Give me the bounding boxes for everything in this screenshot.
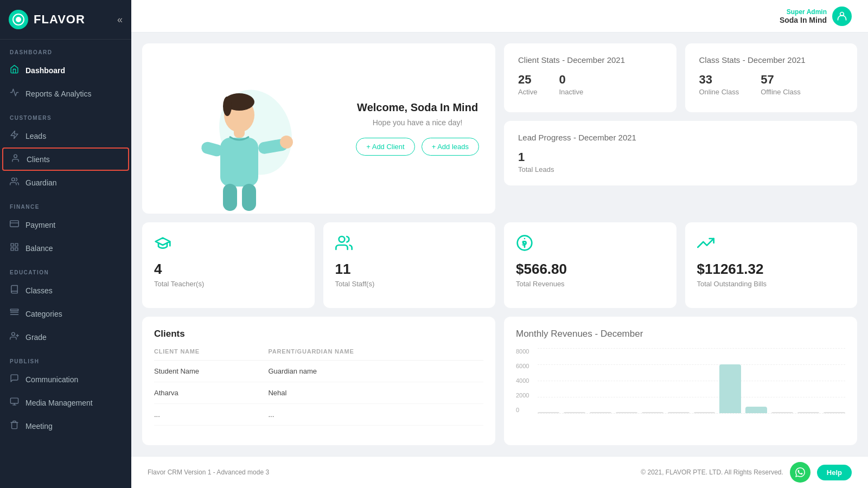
client-stats-card: Client Stats - December 2021 25 Active 0… <box>504 43 676 112</box>
sidebar-item-grade[interactable]: Grade <box>0 325 131 349</box>
sidebar-item-label-categories: Categories <box>25 310 62 318</box>
chart-bar <box>771 412 793 413</box>
guardian-name: Guardian name <box>268 360 483 382</box>
client-active-label: Active <box>518 88 537 96</box>
teachers-count: 4 <box>154 261 303 278</box>
topbar-name: Soda In Mind <box>780 16 827 24</box>
client-inactive-label: Inactive <box>559 88 583 96</box>
svg-point-14 <box>12 332 15 336</box>
sidebar-item-leads[interactable]: Leads <box>0 124 131 147</box>
sidebar-item-label-leads: Leads <box>25 132 46 140</box>
logo-text: FLAVOR <box>34 12 85 27</box>
staff-icon <box>335 234 484 255</box>
chart-bar <box>564 412 585 413</box>
revenue-chart: 8000 6000 4000 2000 0 <box>516 348 845 413</box>
chart-y-labels: 8000 6000 4000 2000 0 <box>516 348 535 413</box>
sidebar-item-reports[interactable]: Reports & Analytics <box>0 82 131 105</box>
welcome-card: Welcome, Soda In Mind Hope you have a ni… <box>142 43 495 214</box>
client-inactive-count: 0 <box>559 73 583 87</box>
sidebar-item-label-balance: Balance <box>25 244 53 253</box>
footer: Flavor CRM Version 1 - Advanced mode 3 ©… <box>131 456 868 488</box>
sidebar-item-communication[interactable]: Communication <box>0 368 131 391</box>
sidebar-item-meeting[interactable]: Meeting <box>0 414 131 438</box>
footer-version: Flavor CRM Version 1 - Advanced mode 3 <box>148 468 269 476</box>
sidebar: FLAVOR « DASHBOARD Dashboard Reports & A… <box>0 0 131 488</box>
whatsapp-button[interactable] <box>790 462 810 483</box>
svg-point-32 <box>339 236 344 242</box>
sidebar-item-label-payment: Payment <box>25 221 55 229</box>
svg-text:$: $ <box>522 240 526 248</box>
sidebar-item-guardian[interactable]: Guardian <box>0 171 131 194</box>
welcome-buttons: + Add Client + Add leads <box>356 138 479 156</box>
home-icon <box>10 65 19 76</box>
stat-card-bills: $11261.32 Total Outstanding Bills <box>685 222 858 307</box>
sidebar-item-classes[interactable]: Classes <box>0 279 131 302</box>
media-icon <box>10 397 19 408</box>
sidebar-item-balance[interactable]: Balance <box>0 236 131 260</box>
sidebar-item-dashboard[interactable]: Dashboard <box>0 59 131 82</box>
client-stats-title: Client Stats - December 2021 <box>518 55 662 65</box>
grade-icon <box>10 331 19 343</box>
add-client-button[interactable]: + Add Client <box>356 138 414 156</box>
sidebar-item-label-reports: Reports & Analytics <box>25 89 91 98</box>
section-label-publish: PUBLISH <box>0 349 131 368</box>
meeting-icon <box>10 420 19 432</box>
section-label-dashboard: DASHBOARD <box>0 40 131 59</box>
guardian-icon <box>10 177 19 188</box>
monthly-revenues-card: Monthly Revenues - December 8000 6000 40… <box>504 317 857 445</box>
svg-rect-26 <box>223 184 237 211</box>
sidebar-item-label-media: Media Management <box>25 399 93 407</box>
col-header-guardian: PARENT/GUARDIAN NAME <box>268 348 483 361</box>
chart-bar <box>745 407 767 413</box>
balance-icon <box>10 242 19 254</box>
guardian-name: ... <box>268 403 483 425</box>
svg-marker-2 <box>11 131 18 138</box>
stats-column: Client Stats - December 2021 25 Active 0… <box>504 43 857 214</box>
sidebar-item-payment[interactable]: Payment <box>0 213 131 236</box>
chart-icon <box>10 88 19 99</box>
staff-count: 11 <box>335 261 484 278</box>
teachers-icon <box>154 234 303 255</box>
add-leads-button[interactable]: + Add leads <box>422 138 479 156</box>
sidebar-item-label-communication: Communication <box>25 375 78 384</box>
svg-rect-11 <box>10 309 18 311</box>
lead-progress-total: 1 <box>518 150 843 164</box>
sidebar-item-categories[interactable]: Categories <box>0 302 131 325</box>
class-stats-card: Class Stats - December 2021 33 Online Cl… <box>685 43 858 112</box>
svg-rect-10 <box>11 248 14 251</box>
chart-bars <box>538 348 845 413</box>
stat-card-teachers: 4 Total Teacher(s) <box>142 222 315 307</box>
welcome-illustration <box>142 43 336 214</box>
sidebar-item-clients[interactable]: Clients <box>2 147 129 171</box>
staff-label: Total Staff(s) <box>335 280 484 288</box>
online-class-count: 33 <box>699 73 739 87</box>
svg-point-1 <box>16 17 21 22</box>
stat-card-revenue: $ $566.80 Total Revenues <box>504 222 676 307</box>
help-button[interactable]: Help <box>817 465 852 480</box>
sidebar-header: FLAVOR « <box>0 0 131 40</box>
logo-icon <box>9 10 28 29</box>
sidebar-item-media[interactable]: Media Management <box>0 391 131 414</box>
topbar-user: Super Admin Soda In Mind <box>780 7 852 26</box>
lead-progress-title: Lead Progress - December 2021 <box>518 133 843 143</box>
avatar <box>832 7 852 26</box>
chart-bar <box>694 412 716 413</box>
topbar: Super Admin Soda In Mind <box>131 0 868 33</box>
footer-copyright: © 2021, FLAVOR PTE. LTD. All Rights Rese… <box>641 468 783 476</box>
client-name: ... <box>154 403 268 425</box>
sidebar-item-label-dashboard: Dashboard <box>25 66 65 75</box>
welcome-text-area: Welcome, Soda In Mind Hope you have a ni… <box>356 101 479 156</box>
topbar-role: Super Admin <box>780 8 827 16</box>
clients-table-card: Clients CLIENT NAME PARENT/GUARDIAN NAME… <box>142 317 495 445</box>
svg-rect-22 <box>220 138 258 187</box>
table-row: AtharvaNehal <box>154 382 483 403</box>
table-row: Student NameGuardian name <box>154 360 483 382</box>
class-stats-title: Class Stats - December 2021 <box>699 55 844 65</box>
stat-card-staff: 11 Total Staff(s) <box>323 222 496 307</box>
svg-rect-9 <box>15 248 18 251</box>
svg-rect-8 <box>15 243 18 246</box>
table-row: ...... <box>154 403 483 425</box>
main-content: Super Admin Soda In Mind <box>131 0 868 488</box>
client-name: Student Name <box>154 360 268 382</box>
sidebar-collapse-icon[interactable]: « <box>117 14 123 25</box>
